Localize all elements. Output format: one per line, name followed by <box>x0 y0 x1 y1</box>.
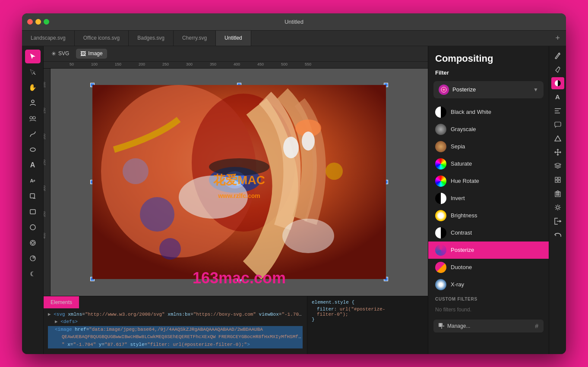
tab-landscape[interactable]: Landscape.svg <box>22 31 75 46</box>
tab-cherry[interactable]: Cherry.svg <box>174 31 216 46</box>
shape-tool[interactable] <box>25 143 41 157</box>
svg-point-2 <box>30 116 32 119</box>
crescent-tool[interactable] <box>25 267 41 281</box>
chevron-down-icon: ▼ <box>533 87 538 93</box>
node-tool[interactable] <box>25 127 41 141</box>
filter-item-saturate[interactable]: Saturate <box>428 155 549 173</box>
svg-point-1 <box>32 100 34 103</box>
svg-point-25 <box>159 238 181 260</box>
image-container[interactable]: 花爱MAC www.rzlfc.com <box>92 85 386 279</box>
filter-icon-sepia <box>435 141 446 152</box>
filter-item-posterize[interactable]: Posterize <box>428 242 549 259</box>
move-tool[interactable] <box>551 146 564 158</box>
manage-button[interactable]: Manage... # <box>433 320 544 332</box>
close-button[interactable] <box>27 19 33 25</box>
filter-item-black-and-white[interactable]: Black and White <box>428 104 549 121</box>
svg-rect-5 <box>30 194 35 198</box>
svg-point-29 <box>283 137 299 158</box>
hash-icon: # <box>535 323 538 329</box>
building-tool[interactable] <box>551 188 564 200</box>
tab-office[interactable]: Office icons.svg <box>75 31 129 46</box>
bottom-panel: Elements ▶ <svg xmlns="http://www.w3.org… <box>44 296 428 354</box>
text-format-tool[interactable]: A <box>551 91 564 103</box>
filter-icon-hue <box>435 176 446 187</box>
target-tool[interactable] <box>25 236 41 250</box>
align-tool[interactable] <box>551 105 564 117</box>
canvas-toolbar: ✳ SVG 🖼 Image <box>44 46 428 62</box>
svg-text:花爱MAC: 花爱MAC <box>213 173 265 187</box>
filter-icon-duotone <box>435 262 446 273</box>
svg-rect-55 <box>558 180 560 182</box>
pen-tool[interactable] <box>551 63 564 75</box>
filter-item-sepia[interactable]: Sepia <box>428 138 549 155</box>
ruler-canvas-wrapper: 100 150 200 250 300 350 400 <box>44 69 428 296</box>
elements-tab-bar: Elements <box>44 296 307 308</box>
elements-tab[interactable]: Elements <box>44 296 79 308</box>
person-tool[interactable] <box>25 96 41 110</box>
ruler-vertical: 100 150 200 250 300 350 400 <box>44 69 51 296</box>
filter-item-brightness[interactable]: Brightness <box>428 207 549 224</box>
filter-dropdown-label: Posterize <box>452 86 476 93</box>
filter-item-duotone[interactable]: Duotone <box>428 259 549 276</box>
ellipse-tool[interactable] <box>25 220 41 234</box>
code-line-3[interactable]: <image href="data:image/jpeg;base64,/9j/… <box>48 326 303 334</box>
zoom-tool[interactable] <box>25 189 41 203</box>
export-tool[interactable] <box>551 215 564 227</box>
tab-untitled[interactable]: Untitled <box>216 31 251 46</box>
pan-tool[interactable]: ✋ <box>25 81 41 94</box>
filter-dropdown[interactable]: Posterize ▼ <box>433 81 544 98</box>
filter-icon-brightness <box>435 210 446 221</box>
canvas-inner: 50 100 150 200 250 300 350 400 450 500 5… <box>44 62 428 354</box>
rect-tool[interactable] <box>25 205 41 219</box>
svg-rect-37 <box>439 325 440 326</box>
filter-icon-contrast <box>435 227 446 238</box>
settings-tool[interactable] <box>551 201 564 213</box>
text-tool[interactable]: A <box>25 158 41 172</box>
contrast-adjustment-tool[interactable] <box>551 77 564 89</box>
text-path-tool[interactable]: A⌀ <box>25 174 41 188</box>
svg-line-44 <box>559 67 560 68</box>
filter-item-grayscale[interactable]: Grayscale <box>428 121 549 138</box>
code-content: ▶ <svg xmlns="http://www.w3.org/2000/svg… <box>44 308 307 351</box>
filter-item-contrast[interactable]: Contrast <box>428 224 549 242</box>
svg-mode-button[interactable]: ✳ SVG <box>47 49 73 59</box>
triangle-tool[interactable] <box>551 132 564 144</box>
magic-wand-tool[interactable] <box>551 50 564 62</box>
svg-point-30 <box>302 132 315 151</box>
code-line-2: ▶ <defs> <box>48 318 303 326</box>
filter-item-invert[interactable]: Invert <box>428 190 549 207</box>
pie-tool[interactable] <box>25 251 41 265</box>
svg-line-43 <box>560 54 560 54</box>
grid-tool[interactable] <box>551 174 564 186</box>
group-tool[interactable] <box>25 112 41 125</box>
minimize-button[interactable] <box>35 19 41 25</box>
traffic-lights <box>27 19 49 25</box>
speech-bubble-tool[interactable] <box>551 119 564 131</box>
svg-rect-56 <box>555 192 560 197</box>
image-mode-button[interactable]: 🖼 Image <box>76 49 107 59</box>
svg-point-31 <box>326 163 343 180</box>
svg-point-61 <box>556 206 559 209</box>
svg-point-4 <box>30 148 35 151</box>
window-title: Untitled <box>285 19 303 25</box>
maximize-button[interactable] <box>44 19 49 25</box>
ruler-horizontal: 50 100 150 200 250 300 350 400 450 500 5… <box>44 62 428 69</box>
custom-filters-title: CUSTOM FILTERS <box>435 297 542 301</box>
title-bar: Untitled <box>22 13 566 31</box>
svg-rect-52 <box>555 177 557 179</box>
arrow-tool[interactable] <box>25 65 41 79</box>
tab-badges[interactable]: Badges.svg <box>129 31 174 46</box>
filter-item-hue-rotate[interactable]: Hue Rotate <box>428 173 549 190</box>
layers-tool[interactable] <box>551 160 564 172</box>
svg-rect-54 <box>555 180 557 182</box>
code-line-4[interactable]: QEAwUEBAQFBQUGBQUGBwwIBwcHBw8LCwkMEQ8SEh… <box>48 333 303 341</box>
panel-title: Compositing <box>428 46 549 68</box>
undo-tool[interactable] <box>551 229 564 241</box>
select-tool[interactable] <box>25 50 41 63</box>
add-tab-button[interactable]: + <box>549 31 566 46</box>
filter-item-xray[interactable]: X-ray <box>428 276 549 293</box>
svg-rect-60 <box>558 192 559 193</box>
svg-point-3 <box>33 116 35 119</box>
code-line-5[interactable]: " x="-1.704" y="87.617" style="filter: u… <box>48 341 303 349</box>
custom-filters-section: CUSTOM FILTERS <box>428 293 549 303</box>
